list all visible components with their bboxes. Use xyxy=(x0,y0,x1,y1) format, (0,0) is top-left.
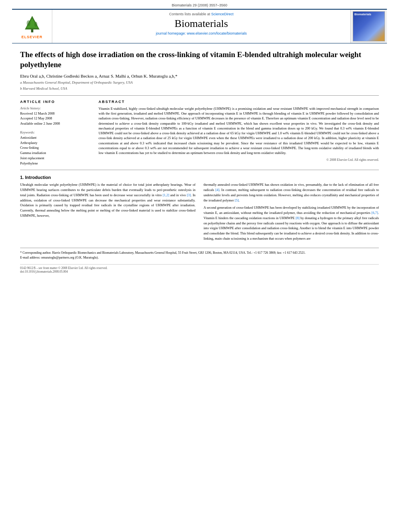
authors-text: Ebru Oral a,b, Christine Godleski Beckos… xyxy=(20,74,177,78)
cite-4: [4] xyxy=(215,188,219,192)
intro-right-col: thermally annealed cross-linked UHMWPE h… xyxy=(204,182,379,243)
abstract-col: ABSTRACT Vitamin E-stabilized, highly cr… xyxy=(99,100,379,166)
history-label: Article history: xyxy=(20,106,90,110)
bio-logo-image: Biomaterials xyxy=(353,11,385,41)
available-date: Available online 2 June 2008 xyxy=(20,121,90,126)
journal-header: ELSEVIER Contents lists available at Sci… xyxy=(12,9,387,43)
cite-1-2: [1,2] xyxy=(162,193,169,197)
sciencedirect-line: Contents lists available at ScienceDirec… xyxy=(56,12,346,16)
elsevier-tree-icon xyxy=(20,14,44,34)
footer-license: 0142-9612/$ – see front matter © 2008 El… xyxy=(20,266,107,270)
intro-right-text-1: thermally annealed cross-linked UHMWPE h… xyxy=(204,182,379,203)
intro-section-title: 1. Introduction xyxy=(20,175,379,180)
copyright-line: © 2008 Elsevier Ltd. All rights reserved… xyxy=(99,158,379,162)
article-info-abstract: ARTICLE INFO Article history: Received 1… xyxy=(20,100,379,166)
svg-point-3 xyxy=(27,20,30,26)
accepted-date: Accepted 12 May 2008 xyxy=(20,116,90,121)
main-content: The effects of high dose irradiation on … xyxy=(0,43,399,277)
cite-3: [3] xyxy=(187,193,191,197)
affiliation-b: b Harvard Medical School, USA xyxy=(20,86,379,91)
journal-center: Contents lists available at ScienceDirec… xyxy=(52,10,351,43)
footnotes: * Corresponding author. Harris Orthopaed… xyxy=(20,248,379,260)
intro-right-text-2: A second generation of cross-linked UHMW… xyxy=(204,205,379,241)
journal-homepage: journal homepage: www.elsevier.com/locat… xyxy=(56,31,346,35)
footnote-corresponding: * Corresponding author. Harris Orthopaed… xyxy=(20,251,379,255)
keyword-3: Cross-linking xyxy=(20,145,90,150)
received-date: Received 12 March 2008 xyxy=(20,111,90,116)
footer-copyright: 0142-9612/$ – see front matter © 2008 El… xyxy=(20,266,107,273)
section-number: 1. xyxy=(20,175,24,180)
article-title: The effects of high dose irradiation on … xyxy=(20,50,379,70)
elsevier-logo: ELSEVIER xyxy=(12,10,52,43)
abstract-header: ABSTRACT xyxy=(99,100,379,104)
journal-ref-text: Biomaterials 29 (2008) 3557–3560 xyxy=(172,3,227,7)
keyword-6: Polyethylene xyxy=(20,161,90,166)
sciencedirect-link[interactable]: ScienceDirect xyxy=(211,12,234,16)
footnote-email: E-mail address: omuratoglu@partners.org … xyxy=(20,255,379,260)
article-info-header: ARTICLE INFO xyxy=(20,100,90,104)
journal-reference: Biomaterials 29 (2008) 3557–3560 xyxy=(0,0,399,9)
body-content: 1. Introduction Ultrahigh molecular weig… xyxy=(20,175,379,243)
page: Biomaterials 29 (2008) 3557–3560 ELSEVIE… xyxy=(0,0,399,532)
keyword-1: Antioxidant xyxy=(20,135,90,140)
svg-point-4 xyxy=(34,22,37,27)
intro-left-text: Ultrahigh molecular weight polyethylene … xyxy=(20,182,195,218)
abstract-text: Vitamin E-stabilized, highly cross-linke… xyxy=(99,106,379,156)
affiliation-a: a Massachusetts General Hospital, Depart… xyxy=(20,80,379,85)
intro-left-col: Ultrahigh molecular weight polyethylene … xyxy=(20,182,195,243)
keywords-block: Keywords: Antioxidant Arthroplasty Cross… xyxy=(20,130,90,166)
keyword-5: Joint replacement xyxy=(20,156,90,161)
journal-title: Biomaterials xyxy=(56,18,346,30)
keyword-4: Gamma irradiation xyxy=(20,150,90,156)
body-divider xyxy=(20,170,379,170)
elsevier-label: ELSEVIER xyxy=(21,35,43,39)
section-name: Introduction xyxy=(25,175,51,180)
divider xyxy=(20,95,379,96)
intro-two-col: Ultrahigh molecular weight polyethylene … xyxy=(20,182,379,243)
keywords-label: Keywords: xyxy=(20,130,90,134)
cite-6-7: [6,7] xyxy=(372,211,378,215)
authors-line: Ebru Oral a,b, Christine Godleski Beckos… xyxy=(20,74,379,78)
article-history: Article history: Received 12 March 2008 … xyxy=(20,106,90,126)
cite-8: [8] xyxy=(296,216,300,220)
keyword-2: Arthroplasty xyxy=(20,140,90,146)
article-info-col: ARTICLE INFO Article history: Received 1… xyxy=(20,100,90,166)
bio-logo-text: Biomaterials xyxy=(354,13,371,16)
footer-bar: 0142-9612/$ – see front matter © 2008 El… xyxy=(20,264,379,273)
cite-5: [5] xyxy=(235,198,239,202)
footer-doi: doi:10.1016/j.biomaterials.2008.05.004 xyxy=(20,270,107,273)
biomaterials-logo-box: Biomaterials xyxy=(351,10,387,43)
